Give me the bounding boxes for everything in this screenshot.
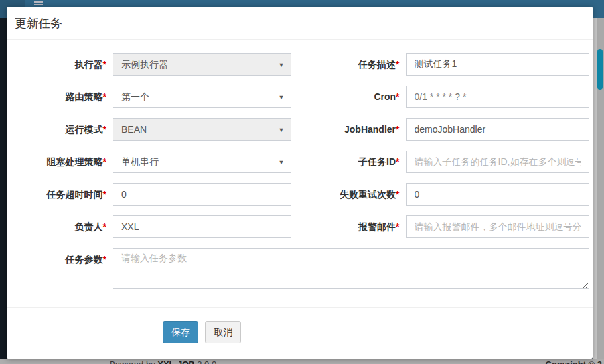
caret-down-icon: ▼	[279, 62, 285, 68]
copyright-text: Copyright © 2	[546, 359, 602, 364]
page-background-right	[593, 18, 604, 359]
glue-type-select[interactable]: BEAN▼	[113, 118, 291, 141]
required-asterisk: *	[396, 124, 399, 135]
alarm-email-label: 报警邮件*	[300, 215, 406, 238]
cancel-button[interactable]: 取消	[205, 321, 241, 343]
page-footer: Powered by XXL-JOB 2.0.0 Copyright © 2	[0, 359, 604, 364]
jobhandler-label: JobHandler*	[300, 118, 406, 141]
required-asterisk: *	[103, 91, 106, 102]
block-strategy-label: 阻塞处理策略*	[7, 151, 113, 173]
powered-by-text: Powered by XXL-JOB 2.0.0	[110, 359, 216, 364]
job-desc-input[interactable]	[406, 53, 590, 76]
cron-input[interactable]	[406, 86, 590, 108]
scrollbar-thumb[interactable]	[597, 49, 603, 90]
form-row: 负责人* 报警邮件*	[7, 215, 593, 238]
job-param-label: 任务参数*	[7, 248, 113, 292]
fail-retry-label: 失败重试次数*	[300, 183, 406, 206]
job-desc-label: 任务描述*	[300, 53, 406, 76]
alarm-email-input[interactable]	[406, 215, 590, 238]
glue-type-label: 运行模式*	[7, 118, 113, 141]
author-input[interactable]	[113, 215, 291, 238]
modal-title: 更新任务	[7, 7, 593, 40]
block-strategy-select[interactable]: 单机串行▼	[113, 151, 291, 173]
jobhandler-input[interactable]	[406, 118, 590, 141]
route-strategy-select[interactable]: 第一个▼	[113, 86, 291, 108]
form-row: 路由策略* 第一个▼ Cron*	[7, 86, 593, 108]
form-row: 运行模式* BEAN▼ JobHandler*	[7, 118, 593, 141]
required-asterisk: *	[103, 59, 106, 70]
child-jobid-label: 子任务ID*	[300, 151, 406, 173]
save-button[interactable]: 保存	[163, 321, 198, 343]
child-jobid-input[interactable]	[406, 151, 590, 173]
update-job-form: 执行器* 示例执行器▼ 任务描述* 路由策略* 第一个▼ Cron* 运行模式*…	[7, 40, 593, 343]
caret-down-icon: ▼	[279, 127, 285, 133]
required-asterisk: *	[103, 254, 106, 265]
required-asterisk: *	[396, 91, 399, 102]
brand-name: XXL-JOB	[157, 359, 194, 364]
executor-label: 执行器*	[7, 53, 113, 76]
required-asterisk: *	[103, 221, 106, 232]
required-asterisk: *	[396, 189, 399, 200]
job-param-textarea[interactable]	[113, 248, 589, 289]
required-asterisk: *	[103, 124, 106, 135]
form-row: 任务参数*	[7, 248, 593, 292]
required-asterisk: *	[396, 156, 399, 167]
required-asterisk: *	[396, 59, 399, 70]
required-asterisk: *	[103, 156, 106, 167]
button-row: 保存 取消	[7, 308, 593, 343]
author-label: 负责人*	[7, 215, 113, 238]
cron-label: Cron*	[300, 86, 406, 108]
caret-down-icon: ▼	[279, 94, 285, 101]
route-strategy-label: 路由策略*	[7, 86, 113, 108]
required-asterisk: *	[396, 221, 399, 232]
timeout-input[interactable]	[113, 183, 291, 206]
form-row: 阻塞处理策略* 单机串行▼ 子任务ID*	[7, 151, 593, 173]
timeout-label: 任务超时时间*	[7, 183, 113, 206]
form-row: 任务超时时间* 失败重试次数*	[7, 183, 593, 206]
fail-retry-input[interactable]	[406, 183, 590, 206]
caret-down-icon: ▼	[279, 159, 285, 166]
executor-select[interactable]: 示例执行器▼	[113, 53, 291, 76]
scrollbar-track[interactable]	[597, 18, 604, 359]
form-row: 执行器* 示例执行器▼ 任务描述*	[7, 53, 593, 76]
update-job-modal: 更新任务 执行器* 示例执行器▼ 任务描述* 路由策略* 第一个▼ Cron*	[7, 7, 593, 359]
required-asterisk: *	[103, 189, 106, 200]
